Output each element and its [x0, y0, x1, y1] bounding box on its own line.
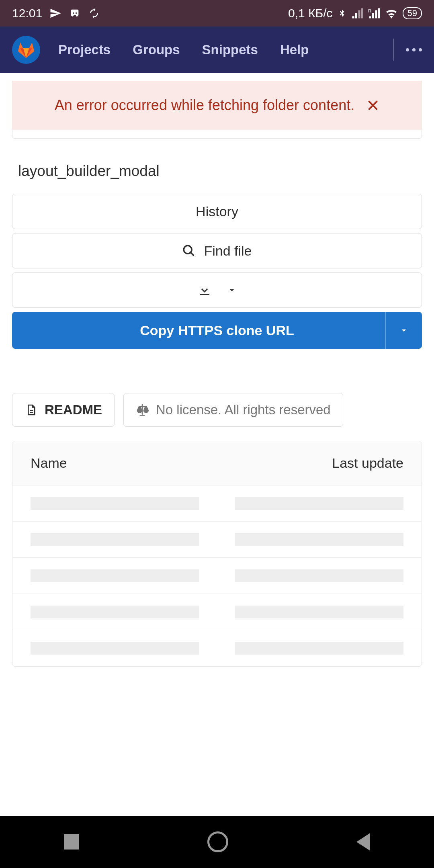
bluetooth-icon: [338, 7, 346, 19]
search-icon: [182, 244, 196, 258]
chevron-down-icon: [399, 325, 409, 336]
recents-button[interactable]: [64, 834, 79, 850]
status-time: 12:01: [12, 6, 42, 20]
app-header: Projects Groups Snippets Help: [0, 27, 434, 73]
table-header: Name Last update: [12, 441, 422, 485]
svg-text:R: R: [368, 8, 371, 13]
nav-groups[interactable]: Groups: [133, 42, 180, 57]
sync-icon: [88, 7, 100, 19]
skeleton-loader: [31, 642, 199, 655]
download-icon: [197, 283, 212, 297]
table-row: [12, 522, 422, 558]
license-button[interactable]: No license. All rights reserved: [123, 393, 343, 427]
nav-projects[interactable]: Projects: [58, 42, 111, 57]
balance-scale-icon: [136, 403, 149, 416]
table-row: [12, 630, 422, 666]
readme-button[interactable]: README: [12, 393, 115, 427]
readme-label: README: [45, 402, 102, 418]
skeleton-loader: [31, 533, 199, 546]
skeleton-loader: [235, 606, 403, 618]
table-row: [12, 594, 422, 630]
history-label: History: [196, 204, 238, 219]
skeleton-loader: [235, 533, 403, 546]
file-icon: [25, 403, 37, 416]
chevron-down-icon: [227, 285, 237, 295]
skeleton-loader: [31, 569, 199, 582]
home-button[interactable]: [207, 831, 228, 852]
error-alert: An error occurred while fetching folder …: [12, 81, 422, 130]
nav-snippets[interactable]: Snippets: [202, 42, 258, 57]
copy-clone-url-button[interactable]: Copy HTTPS clone URL: [12, 312, 422, 349]
signal-2-icon: R: [368, 8, 380, 18]
gitlab-logo[interactable]: [12, 36, 40, 64]
project-title: layout_builder_modal: [18, 163, 434, 180]
col-name: Name: [31, 455, 67, 471]
status-data-rate: 0,1 КБ/с: [288, 6, 333, 20]
telegram-icon: [49, 7, 61, 19]
skeleton-loader: [235, 642, 403, 655]
skeleton-loader: [235, 497, 403, 510]
license-label: No license. All rights reserved: [156, 402, 331, 418]
nav-help[interactable]: Help: [280, 42, 309, 57]
find-file-button[interactable]: Find file: [12, 233, 422, 268]
android-status-bar: 12:01 0,1 КБ/с R 59: [0, 0, 434, 27]
alert-close-icon[interactable]: [366, 99, 379, 112]
col-updated: Last update: [332, 455, 403, 471]
skeleton-loader: [31, 497, 199, 510]
table-row: [12, 558, 422, 594]
android-nav-bar: [0, 816, 434, 868]
clone-dropdown-toggle[interactable]: [385, 312, 422, 349]
card-remnant: [12, 130, 422, 139]
history-button[interactable]: History: [12, 194, 422, 229]
clone-label: Copy HTTPS clone URL: [140, 323, 294, 338]
discord-icon: [69, 8, 81, 19]
alert-message: An error occurred while fetching folder …: [55, 97, 354, 114]
table-row: [12, 485, 422, 522]
header-divider: [393, 39, 394, 61]
back-button[interactable]: [356, 833, 370, 851]
battery-indicator: 59: [403, 7, 422, 19]
more-menu-icon[interactable]: [406, 48, 422, 51]
file-table: Name Last update: [12, 441, 422, 667]
wifi-icon: [385, 8, 398, 18]
find-file-label: Find file: [204, 243, 252, 259]
signal-1-icon: [351, 8, 363, 18]
download-button[interactable]: [12, 272, 422, 308]
skeleton-loader: [235, 569, 403, 582]
skeleton-loader: [31, 606, 199, 618]
